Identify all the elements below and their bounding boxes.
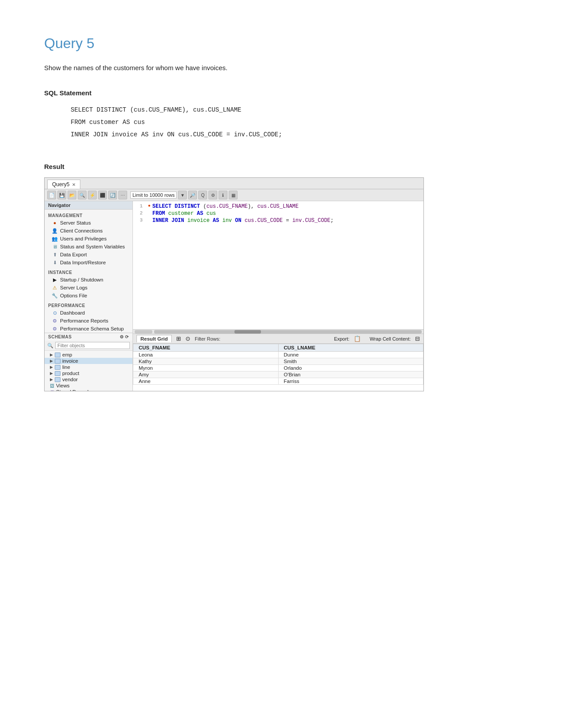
- grid-icon: ⊞: [176, 335, 181, 342]
- nav-startup[interactable]: ▶ Startup / Shutdown: [45, 276, 132, 284]
- filter-input[interactable]: [55, 342, 130, 349]
- filter-bar: 🔍: [45, 341, 132, 351]
- refresh-btn[interactable]: 🔄: [108, 191, 117, 199]
- nav-client-connections[interactable]: 👤 Client Connections: [45, 227, 132, 235]
- zoom-btn[interactable]: 🔎: [188, 191, 197, 199]
- nav-dashboard[interactable]: ⊙ Dashboard: [45, 309, 132, 317]
- line-content-3: INNER JOIN invoice AS inv ON cus.CUS_COD…: [152, 218, 423, 224]
- options-icon: 🔧: [52, 293, 58, 299]
- tab-close-icon[interactable]: ✕: [72, 182, 76, 187]
- startup-icon: ▶: [52, 277, 58, 283]
- workbench-window: Query5 ✕ 📄 💾 📂 🔍 ⚡ ⬛ 🔄 ⋯ Limit to 10000 …: [44, 177, 424, 391]
- nav-status-vars[interactable]: 🖥 Status and System Variables: [45, 243, 132, 251]
- line-marker-1: ●: [146, 203, 152, 208]
- open-btn[interactable]: 📂: [68, 191, 76, 199]
- result-grid-tab[interactable]: Result Grid: [136, 335, 172, 342]
- filter-btn[interactable]: ▼: [178, 191, 187, 199]
- zoom-out-btn[interactable]: Q: [198, 191, 207, 199]
- table-icon: [55, 377, 60, 382]
- code-line-1: 1 ● SELECT DISTINCT (cus.CUS_FNAME), cus…: [133, 203, 423, 210]
- result-toolbar: Result Grid ⊞ ⊙ Filter Rows: Export: 📋 W…: [133, 334, 423, 344]
- main-panel: Navigator MANAGEMENT ● Server Status 👤 C…: [45, 201, 423, 391]
- more-btn[interactable]: ⋯: [118, 191, 127, 199]
- export-label: Export:: [334, 336, 349, 341]
- users-icon: 👥: [52, 236, 58, 242]
- arrow-icon: ▶: [50, 359, 53, 363]
- result-table: CUS_FNAME CUS_LNAME LeonaDunneKathySmith…: [133, 344, 423, 385]
- tree-invoice[interactable]: ▶ invoice: [45, 358, 132, 364]
- tree-stored-procs[interactable]: 🖥 Stored Procedures: [45, 389, 132, 391]
- stop-btn[interactable]: ⬛: [98, 191, 107, 199]
- nav-perf-schema[interactable]: ⚙ Performance Schema Setup: [45, 325, 132, 333]
- navigator-panel: Navigator MANAGEMENT ● Server Status 👤 C…: [45, 201, 133, 391]
- tab-label: Query5: [52, 181, 69, 188]
- editor-toolbar: 📄 💾 📂 🔍 ⚡ ⬛ 🔄 ⋯ Limit to 10000 rows ▼ 🔎 …: [45, 189, 423, 201]
- nav-data-export[interactable]: ⬆ Data Export: [45, 251, 132, 259]
- table-icon: [55, 353, 60, 357]
- arrow-icon: ▶: [50, 377, 53, 382]
- query5-tab[interactable]: Query5 ✕: [47, 180, 80, 189]
- search-icon: 🔍: [47, 343, 53, 349]
- table-row: MyronOrlando: [133, 365, 423, 372]
- filter-rows-label: Filter Rows:: [195, 336, 220, 341]
- schemas-header: SCHEMAS ⚙ ⟳: [45, 333, 132, 341]
- sql-block: SELECT DISTINCT (cus.CUS_FNAME), cus.CUS…: [44, 104, 519, 141]
- nav-server-status[interactable]: ● Server Status: [45, 219, 132, 227]
- search-btn[interactable]: 🔍: [78, 191, 87, 199]
- nav-data-import[interactable]: ⬇ Data Import/Restore: [45, 259, 132, 266]
- col-cus-lname: CUS_LNAME: [278, 344, 423, 352]
- sql-line-1: SELECT DISTINCT (cus.CUS_FNAME), cus.CUS…: [71, 104, 519, 116]
- tab-bar: Query5 ✕: [45, 178, 423, 189]
- performance-section: PERFORMANCE: [45, 301, 132, 309]
- table-icon: [55, 371, 60, 376]
- instance-section: INSTANCE: [45, 268, 132, 276]
- view-icon: 🖼: [50, 383, 54, 388]
- sql-section-label: SQL Statement: [44, 89, 519, 97]
- sql-line-2: FROM customer AS cus: [71, 116, 519, 128]
- line-content-2: FROM customer AS cus: [152, 210, 423, 217]
- page-title: Query 5: [44, 35, 519, 52]
- status-vars-icon: 🖥: [52, 244, 58, 250]
- result-header-row: CUS_FNAME CUS_LNAME: [133, 344, 423, 352]
- client-connections-icon: 👤: [52, 228, 58, 234]
- new-file-btn[interactable]: 📄: [47, 191, 56, 199]
- layout-btn[interactable]: ▦: [229, 191, 238, 199]
- tree-views[interactable]: 🖼 Views: [45, 383, 132, 389]
- line-num-3: 3: [133, 218, 146, 223]
- code-line-3: 3 INNER JOIN invoice AS inv ON cus.CUS_C…: [133, 217, 423, 224]
- tree-line[interactable]: ▶ line: [45, 364, 132, 370]
- filter-rows-icon: ⊙: [185, 335, 190, 342]
- wrap-icon[interactable]: ⊟: [415, 335, 420, 342]
- table-icon: [55, 365, 60, 370]
- table-row: AnneFarriss: [133, 378, 423, 385]
- dashboard-icon: ⊙: [52, 310, 58, 316]
- line-num-2: 2: [133, 210, 146, 216]
- tree-product[interactable]: ▶ product: [45, 370, 132, 376]
- management-section: MANAGEMENT: [45, 211, 132, 219]
- settings-btn[interactable]: ⚙: [208, 191, 217, 199]
- code-area[interactable]: 1 ● SELECT DISTINCT (cus.CUS_FNAME), cus…: [133, 201, 423, 329]
- arrow-icon: ▶: [50, 365, 53, 369]
- nav-options-file[interactable]: 🔧 Options File: [45, 292, 132, 300]
- nav-users-privileges[interactable]: 👥 Users and Privileges: [45, 235, 132, 243]
- data-import-icon: ⬇: [52, 259, 58, 266]
- editor-panel: 1 ● SELECT DISTINCT (cus.CUS_FNAME), cus…: [133, 201, 423, 391]
- table-row: AmyO'Brian: [133, 372, 423, 378]
- limit-dropdown[interactable]: Limit to 10000 rows: [130, 191, 177, 199]
- tree-vendor[interactable]: ▶ vendor: [45, 376, 132, 383]
- perf-schema-icon: ⚙: [52, 326, 58, 332]
- proc-icon: 🖥: [50, 390, 54, 391]
- navigator-header: Navigator: [45, 201, 132, 210]
- tree-emp[interactable]: ▶ emp: [45, 352, 132, 358]
- execute-btn[interactable]: ⚡: [88, 191, 97, 199]
- data-export-icon: ⬆: [52, 251, 58, 258]
- server-logs-icon: ⚠: [52, 285, 58, 291]
- info-btn[interactable]: ℹ: [219, 191, 227, 199]
- result-table-container: CUS_FNAME CUS_LNAME LeonaDunneKathySmith…: [133, 344, 423, 391]
- schema-tree: ▶ emp ▶ invoice ▶ line: [45, 351, 132, 391]
- export-icon[interactable]: 📋: [354, 335, 361, 342]
- nav-server-logs[interactable]: ⚠ Server Logs: [45, 284, 132, 292]
- save-btn[interactable]: 💾: [57, 191, 66, 199]
- nav-perf-reports[interactable]: ⚙ Performance Reports: [45, 317, 132, 325]
- table-row: LeonaDunne: [133, 352, 423, 358]
